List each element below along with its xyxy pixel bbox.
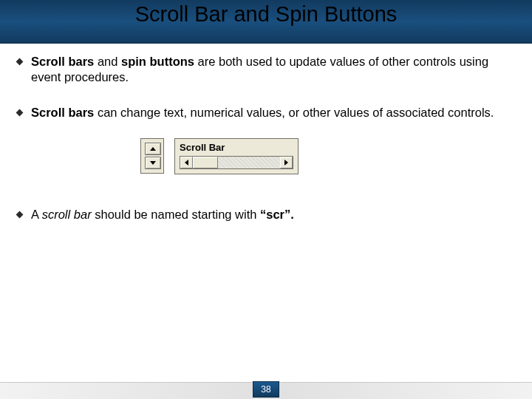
controls-illustration: Scroll Bar [140, 138, 516, 174]
bullet-3-italic: scroll bar [42, 208, 92, 221]
scroll-left-button[interactable] [180, 157, 193, 168]
scroll-bar-label: Scroll Bar [180, 142, 293, 153]
scroll-bar-widget: Scroll Bar [174, 138, 299, 174]
triangle-left-icon [185, 160, 188, 166]
spin-up-button[interactable] [145, 143, 161, 155]
diamond-bullet-icon [16, 58, 24, 66]
bullet-2: Scroll bars can change text, numerical v… [16, 105, 516, 120]
bullet-1-bold-2: spin buttons [121, 55, 194, 68]
bullet-3-pre: A [31, 208, 42, 221]
page-number: 38 [253, 381, 279, 398]
content-area: Scroll bars and spin buttons are both us… [0, 44, 532, 223]
title-band: Scroll Bar and Spin Buttons [0, 0, 532, 44]
bullet-2-bold: Scroll bars [31, 106, 94, 119]
diamond-bullet-icon [16, 211, 24, 219]
diamond-bullet-icon [16, 109, 24, 117]
bullet-3: A scroll bar should be named starting wi… [16, 207, 516, 222]
bullet-1-text: Scroll bars and spin buttons are both us… [31, 54, 516, 86]
bullet-1-bold-1: Scroll bars [31, 55, 94, 68]
scroll-right-button[interactable] [280, 157, 293, 168]
slide-footer: 38 [0, 382, 532, 399]
slide-title: Scroll Bar and Spin Buttons [0, 0, 532, 33]
bullet-2-rest: can change text, numerical values, or ot… [94, 106, 494, 119]
bullet-1: Scroll bars and spin buttons are both us… [16, 54, 516, 86]
bullet-3-mid: should be named starting with [92, 208, 260, 221]
scroll-track[interactable] [193, 157, 280, 168]
bullet-3-bold: “scr”. [260, 208, 294, 221]
bullet-2-text: Scroll bars can change text, numerical v… [31, 105, 516, 120]
triangle-down-icon [150, 161, 156, 165]
triangle-right-icon [284, 160, 288, 166]
spin-down-button[interactable] [145, 157, 161, 169]
spin-button-widget [140, 138, 164, 174]
scroll-thumb[interactable] [193, 157, 218, 168]
bullet-1-mid: and [94, 55, 121, 68]
triangle-up-icon [150, 147, 156, 151]
bullet-3-text: A scroll bar should be named starting wi… [31, 207, 516, 222]
horizontal-scrollbar[interactable] [180, 156, 293, 169]
